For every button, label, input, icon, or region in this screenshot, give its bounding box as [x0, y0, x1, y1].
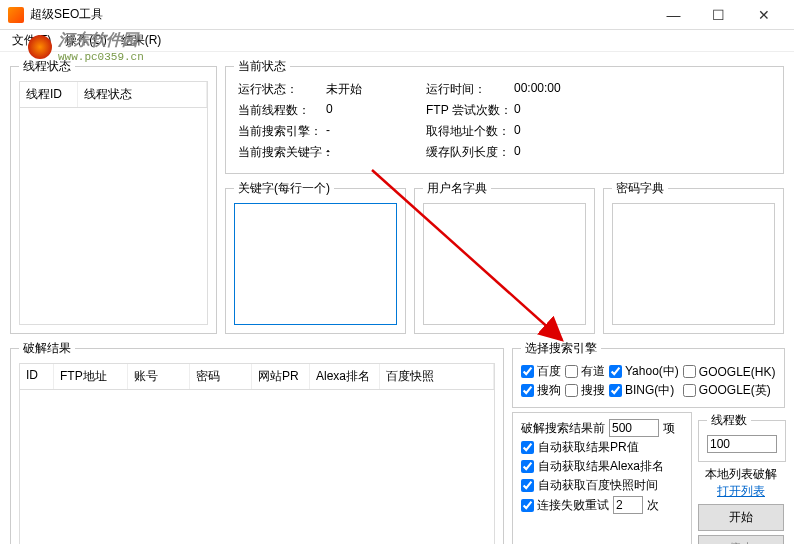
menu-result[interactable]: 结果(R) — [115, 30, 168, 51]
username-dict-legend: 用户名字典 — [423, 180, 491, 197]
run-time-label: 运行时间： — [426, 81, 514, 98]
maximize-button[interactable]: ☐ — [696, 1, 741, 29]
retry-suffix: 次 — [647, 497, 659, 514]
col-pr: 网站PR — [252, 364, 310, 389]
menu-file[interactable]: 文件(F) — [6, 30, 57, 51]
result-count-input[interactable] — [609, 419, 659, 437]
queue-value: 0 — [514, 144, 574, 161]
run-status-label: 运行状态： — [238, 81, 326, 98]
local-list-label: 本地列表破解 — [698, 466, 784, 483]
col-ftp: FTP地址 — [54, 364, 128, 389]
col-snapshot: 百度快照 — [380, 364, 494, 389]
addr-count-value: 0 — [514, 123, 574, 140]
chk-bing[interactable]: BING(中) — [609, 382, 679, 399]
password-dict-input[interactable] — [612, 203, 775, 325]
keywords-input[interactable] — [234, 203, 397, 325]
keywords-panel: 关键字(每行一个) — [225, 180, 406, 334]
minimize-button[interactable]: — — [651, 1, 696, 29]
threads-panel: 线程数 — [698, 412, 786, 462]
local-list-panel: 本地列表破解 打开列表 — [698, 466, 784, 500]
result-prefix: 破解搜索结果前 — [521, 420, 605, 437]
stop-button[interactable]: 停止 — [698, 535, 784, 544]
username-dict-panel: 用户名字典 — [414, 180, 595, 334]
chk-auto-alexa[interactable]: 自动获取结果Alexa排名 — [521, 458, 683, 475]
username-dict-input[interactable] — [423, 203, 586, 325]
password-dict-panel: 密码字典 — [603, 180, 784, 334]
thread-table-header: 线程ID 线程状态 — [19, 81, 208, 108]
keywords-legend: 关键字(每行一个) — [234, 180, 334, 197]
close-button[interactable]: ✕ — [741, 1, 786, 29]
col-id: ID — [20, 364, 54, 389]
chk-google-hk[interactable]: GOOGLE(HK) — [683, 363, 776, 380]
ftp-retry-label: FTP 尝试次数： — [426, 102, 514, 119]
run-time-value: 00:00:00 — [514, 81, 574, 98]
thread-status-legend: 线程状态 — [19, 58, 75, 75]
ftp-retry-value: 0 — [514, 102, 574, 119]
addr-count-label: 取得地址个数： — [426, 123, 514, 140]
chk-retry[interactable]: 连接失败重试 — [521, 497, 609, 514]
crack-result-legend: 破解结果 — [19, 340, 75, 357]
keyword-value: - — [326, 144, 426, 161]
chk-baidu[interactable]: 百度 — [521, 363, 561, 380]
app-icon — [8, 7, 24, 23]
window-title: 超级SEO工具 — [30, 6, 651, 23]
chk-soso[interactable]: 搜搜 — [565, 382, 605, 399]
col-password: 密码 — [190, 364, 252, 389]
current-status-panel: 当前状态 运行状态： 未开始 运行时间： 00:00:00 当前线程数： 0 F… — [225, 58, 784, 174]
search-engine-panel: 选择搜索引擎 百度 有道 Yahoo(中) GOOGLE(HK) 搜狗 搜搜 B… — [512, 340, 785, 408]
engine-value: - — [326, 123, 426, 140]
retry-count-input[interactable] — [613, 496, 643, 514]
keyword-label: 当前搜索关键字： — [238, 144, 326, 161]
chk-auto-pr[interactable]: 自动获取结果PR值 — [521, 439, 683, 456]
run-status-value: 未开始 — [326, 81, 426, 98]
queue-label: 缓存队列长度： — [426, 144, 514, 161]
engine-label: 当前搜索引擎： — [238, 123, 326, 140]
result-table-body[interactable] — [19, 390, 495, 544]
col-alexa: Alexa排名 — [310, 364, 380, 389]
col-thread-id: 线程ID — [20, 82, 78, 107]
thread-status-panel: 线程状态 线程ID 线程状态 — [10, 58, 217, 334]
chk-auto-snapshot[interactable]: 自动获取百度快照时间 — [521, 477, 683, 494]
crack-options-panel: 破解搜索结果前 项 自动获取结果PR值 自动获取结果Alexa排名 自动获取百度… — [512, 412, 692, 544]
chk-sogou[interactable]: 搜狗 — [521, 382, 561, 399]
result-suffix: 项 — [663, 420, 675, 437]
chk-google-en[interactable]: GOOGLE(英) — [683, 382, 776, 399]
thread-table-body[interactable] — [19, 108, 208, 325]
start-button[interactable]: 开始 — [698, 504, 784, 531]
menubar: 文件(F) 操作(O) 结果(R) — [0, 30, 794, 52]
result-table-header: ID FTP地址 账号 密码 网站PR Alexa排名 百度快照 — [19, 363, 495, 390]
col-thread-status: 线程状态 — [78, 82, 207, 107]
chk-yahoo[interactable]: Yahoo(中) — [609, 363, 679, 380]
search-engine-legend: 选择搜索引擎 — [521, 340, 601, 357]
open-list-link[interactable]: 打开列表 — [717, 484, 765, 498]
threads-legend: 线程数 — [707, 412, 751, 429]
titlebar: 超级SEO工具 — ☐ ✕ — [0, 0, 794, 30]
thread-count-value: 0 — [326, 102, 426, 119]
chk-youdao[interactable]: 有道 — [565, 363, 605, 380]
thread-count-label: 当前线程数： — [238, 102, 326, 119]
password-dict-legend: 密码字典 — [612, 180, 668, 197]
thread-count-input[interactable] — [707, 435, 777, 453]
menu-operation[interactable]: 操作(O) — [59, 30, 112, 51]
current-status-legend: 当前状态 — [234, 58, 290, 75]
crack-result-panel: 破解结果 ID FTP地址 账号 密码 网站PR Alexa排名 百度快照 — [10, 340, 504, 544]
col-account: 账号 — [128, 364, 190, 389]
